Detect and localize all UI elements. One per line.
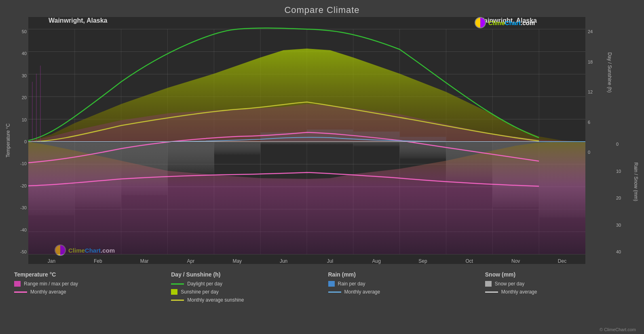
svg-rect-27 bbox=[260, 143, 307, 145]
legend-sunshine-box-icon bbox=[171, 289, 177, 295]
x-axis-feb: Feb bbox=[75, 258, 121, 264]
svg-rect-30 bbox=[400, 143, 446, 159]
legend-sunshine-avg: Monthly average sunshine bbox=[171, 297, 316, 303]
legend-snow-avg-label: Monthly average bbox=[501, 289, 537, 295]
legend-sunshine-box-label: Sunshine per day bbox=[181, 289, 218, 295]
legend-rain-title: Rain (mm) bbox=[328, 271, 473, 278]
legend-sunshine-avg-label: Monthly average sunshine bbox=[187, 297, 244, 303]
y-axis-right-rain: 0 10 20 30 40 bbox=[614, 17, 632, 264]
chart-title: Compare Climate bbox=[0, 0, 644, 17]
x-axis-sep: Sep bbox=[400, 258, 446, 264]
chart-plot: Wainwright, Alaska Wainwright, Alaska Cl… bbox=[28, 17, 585, 264]
legend-area: Temperature °C Range min / max per day M… bbox=[0, 264, 644, 313]
svg-rect-26 bbox=[214, 143, 260, 155]
svg-rect-29 bbox=[353, 143, 400, 147]
legend-snow-title: Snow (mm) bbox=[485, 271, 630, 278]
svg-rect-28 bbox=[307, 143, 353, 145]
legend-snow-box-icon bbox=[485, 281, 492, 287]
legend-rain-box: Rain per day bbox=[328, 281, 473, 287]
legend-temp-range: Range min / max per day bbox=[14, 281, 159, 287]
x-axis-dec: Dec bbox=[539, 258, 585, 264]
legend-sunshine-title: Day / Sunshine (h) bbox=[171, 271, 316, 278]
x-axis-mar: Mar bbox=[121, 258, 168, 264]
legend-snow-avg: Monthly average bbox=[485, 289, 630, 295]
legend-snow-avg-icon bbox=[485, 291, 498, 293]
legend-rain-box-icon bbox=[328, 281, 335, 287]
y-axis-left: 50 40 30 20 10 0 -10 -20 -30 -40 -50 bbox=[12, 17, 28, 264]
x-axis: Jan Feb Mar Apr May Jun Jul Aug Sep Oct … bbox=[28, 258, 585, 264]
legend-sunshine-avg-icon bbox=[171, 300, 184, 301]
legend-temp-avg: Monthly average bbox=[14, 289, 159, 295]
x-axis-apr: Apr bbox=[167, 258, 214, 264]
x-axis-jun: Jun bbox=[260, 258, 307, 264]
legend-temp-range-icon bbox=[14, 281, 21, 287]
x-axis-aug: Aug bbox=[353, 258, 400, 264]
legend-temp-title: Temperature °C bbox=[14, 271, 159, 278]
legend-snow-box-label: Snow per day bbox=[495, 281, 524, 287]
y-axis-right-sunshine: 24 18 12 6 0 bbox=[585, 17, 606, 264]
legend-temp-avg-icon bbox=[14, 291, 27, 293]
legend-snow-box: Snow per day bbox=[485, 281, 630, 287]
svg-rect-25 bbox=[168, 143, 214, 175]
x-axis-may: May bbox=[214, 258, 260, 264]
legend-daylight: Daylight per day bbox=[171, 281, 316, 287]
x-axis-jan: Jan bbox=[28, 258, 75, 264]
x-axis-nov: Nov bbox=[492, 258, 539, 264]
legend-rain-avg: Monthly average bbox=[328, 289, 473, 295]
y-axis-left-label: Temperature °C bbox=[5, 104, 11, 177]
legend-snow: Snow (mm) Snow per day Monthly average bbox=[479, 268, 636, 313]
legend-temp-range-label: Range min / max per day bbox=[24, 281, 78, 287]
legend-sunshine-box: Sunshine per day bbox=[171, 289, 316, 295]
main-container: Compare Climate Temperature °C 50 40 30 … bbox=[0, 0, 644, 334]
legend-rain: Rain (mm) Rain per day Monthly average bbox=[322, 268, 479, 313]
x-axis-oct: Oct bbox=[446, 258, 492, 264]
legend-rain-avg-label: Monthly average bbox=[344, 289, 380, 295]
y-axis-rain-label: Rain / Snow (mm) bbox=[633, 145, 639, 218]
x-axis-jul: Jul bbox=[307, 258, 353, 264]
copyright: © ClimeChart.com bbox=[600, 327, 636, 332]
legend-daylight-icon bbox=[171, 283, 184, 285]
y-axis-sunshine-label: Day / Sunshine (h) bbox=[607, 36, 612, 109]
legend-rain-box-label: Rain per day bbox=[338, 281, 365, 287]
legend-rain-avg-icon bbox=[328, 291, 341, 293]
legend-temp-avg-label: Monthly average bbox=[30, 289, 66, 295]
legend-daylight-label: Daylight per day bbox=[187, 281, 222, 287]
legend-sunshine: Day / Sunshine (h) Daylight per day Suns… bbox=[165, 268, 322, 313]
chart-svg bbox=[28, 17, 585, 264]
legend-temperature: Temperature °C Range min / max per day M… bbox=[8, 268, 165, 313]
